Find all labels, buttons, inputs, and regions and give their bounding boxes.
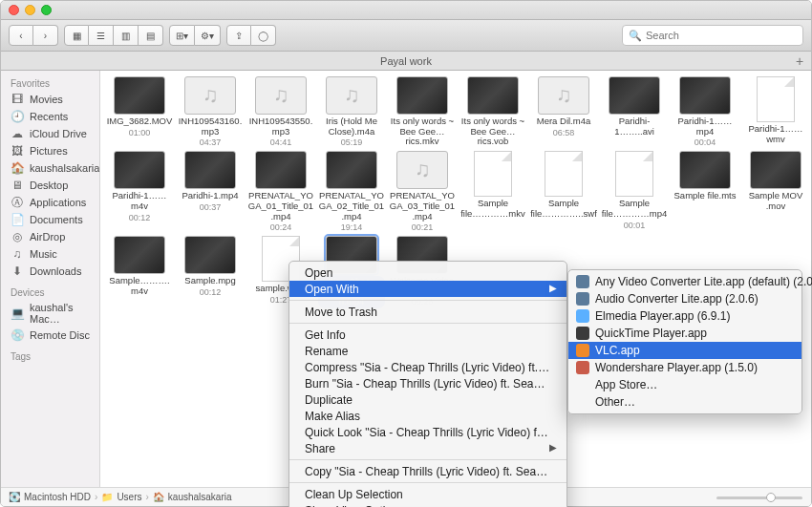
file-item[interactable]: Sample MOV .mov [741, 151, 810, 232]
ctx-share[interactable]: Share▶ [289, 440, 566, 456]
ctx-duplicate[interactable]: Duplicate [289, 391, 566, 408]
sidebar-item-remote-disc[interactable]: 💿Remote Disc [1, 327, 99, 344]
mac-icon: 💻 [11, 306, 24, 320]
submenu-app[interactable]: VLC.app [568, 342, 801, 359]
path-crumb[interactable]: 📁Users [101, 492, 141, 502]
search-input[interactable] [646, 30, 797, 41]
sidebar-item-movies[interactable]: 🎞Movies [1, 91, 99, 108]
arrange-dropdown[interactable]: ⊞▾ [169, 25, 195, 46]
file-item[interactable]: Sample file…………mp400:01 [600, 151, 669, 232]
file-item[interactable]: Sample file…………..swf [529, 151, 598, 232]
file-name: Sample.mpg [184, 276, 235, 286]
file-thumbnail [326, 151, 377, 189]
file-item[interactable]: Paridhi-1……mp400:04 [671, 76, 739, 147]
back-button[interactable]: ‹ [9, 25, 33, 46]
sidebar-item-kaushalsakaria[interactable]: 🏠kaushalsakaria [1, 159, 99, 177]
tab-title[interactable]: Payal work [380, 55, 432, 67]
forward-button[interactable]: › [33, 25, 58, 46]
file-item[interactable]: IMG_3682.MOV01:00 [105, 76, 174, 147]
ctx-quick-look[interactable]: Quick Look "Sia - Cheap Thrills (Lyric V… [289, 424, 566, 440]
list-view-button[interactable]: ☰ [89, 25, 114, 46]
file-item[interactable]: Its only words ~ Bee Gee…rics.vob [459, 76, 527, 147]
close-window-button[interactable] [9, 5, 19, 15]
file-item[interactable]: Paridhi-1……m4v00:12 [105, 151, 174, 232]
zoom-window-button[interactable] [41, 5, 52, 15]
search-field[interactable]: 🔍 [622, 25, 803, 46]
file-item[interactable]: INH109543550.mp304:41 [246, 76, 315, 147]
file-name: Paridhi-1……m4v [106, 191, 173, 211]
sidebar-item-kaushal-s-mac-[interactable]: 💻kaushal's Mac… [1, 300, 99, 327]
sidebar-item-pictures[interactable]: 🖼Pictures [1, 142, 99, 159]
file-duration: 04:37 [200, 137, 222, 147]
file-name: Paridhi-1.mp4 [182, 191, 238, 201]
minimize-window-button[interactable] [25, 5, 35, 15]
file-item[interactable]: PRENATAL_YOGA_03_Title_01.mp400:21 [388, 151, 457, 232]
submenu-app[interactable]: Audio Converter Lite.app (2.0.6) [568, 290, 801, 307]
search-icon: 🔍 [629, 30, 642, 42]
tags-button[interactable]: ◯ [251, 25, 276, 46]
file-item[interactable]: PRENATAL_YOGA_02_Title_01.mp419:14 [317, 151, 386, 232]
file-item[interactable]: Sample.mpg00:12 [176, 236, 245, 308]
gallery-view-button[interactable]: ▤ [139, 25, 163, 46]
sidebar-item-downloads[interactable]: ⬇︎Downloads [1, 263, 99, 280]
file-name: Iris (Hold Me Close).m4a [318, 116, 385, 137]
file-thumbnail [538, 76, 589, 115]
icon-view-button[interactable]: ▦ [64, 25, 89, 46]
file-thumbnail [757, 76, 795, 122]
sidebar-item-applications[interactable]: ⒶApplications [1, 194, 99, 211]
file-item[interactable]: Paridhi-1……..avi [600, 76, 669, 147]
nav-buttons: ‹ › [9, 25, 58, 46]
file-duration: 00:01 [624, 221, 646, 230]
file-thumbnail [474, 151, 512, 197]
submenu-other[interactable]: Other… [568, 393, 801, 411]
sidebar-item-airdrop[interactable]: ◎AirDrop [1, 228, 99, 245]
file-name: Paridhi-1……..avi [601, 116, 668, 137]
ctx-open[interactable]: Open [289, 264, 566, 281]
sidebar-item-desktop[interactable]: 🖥Desktop [1, 177, 99, 194]
ctx-get-info[interactable]: Get Info [289, 327, 566, 343]
ctx-make-alias[interactable]: Make Alias [289, 408, 566, 424]
icon-size-slider[interactable] [716, 491, 802, 504]
action-dropdown[interactable]: ⚙▾ [195, 25, 221, 46]
ctx-burn[interactable]: Burn "Sia - Cheap Thrills (Lyric Video) … [289, 375, 566, 391]
submenu-app[interactable]: QuickTime Player.app [568, 325, 801, 342]
file-item[interactable]: Sample file.mts [671, 151, 739, 232]
ctx-open-with[interactable]: Open With▶ [289, 281, 566, 297]
column-view-button[interactable]: ▥ [114, 25, 139, 46]
file-item[interactable]: PRENATAL_YOGA_01_Title_01.mp400:24 [246, 151, 315, 232]
file-name: Mera Dil.m4a [537, 116, 591, 127]
toolbar: ‹ › ▦ ☰ ▥ ▤ ⊞▾ ⚙▾ ⇪ ◯ 🔍 [1, 20, 811, 52]
sidebar-item-music[interactable]: ♫Music [1, 245, 99, 263]
ctx-compress[interactable]: Compress "Sia - Cheap Thrills (Lyric Vid… [289, 359, 566, 375]
submenu-app[interactable]: Elmedia Player.app (6.9.1) [568, 307, 801, 325]
ctx-cleanup[interactable]: Clean Up Selection [289, 486, 566, 502]
path-crumb[interactable]: 🏠kaushalsakaria [153, 492, 232, 502]
file-item[interactable]: INH109543160.mp304:37 [176, 76, 245, 147]
file-item[interactable]: Paridhi-1……wmv [741, 76, 810, 147]
file-item[interactable]: Iris (Hold Me Close).m4a05:19 [317, 76, 386, 147]
file-item[interactable]: Sample file…………mkv [459, 151, 527, 232]
new-tab-button[interactable]: + [792, 53, 807, 69]
ctx-move-trash[interactable]: Move to Trash [289, 304, 566, 320]
clock-icon: 🕘 [11, 110, 24, 123]
folder-icon: 📁 [101, 492, 113, 502]
submenu-app-store[interactable]: App Store… [568, 376, 801, 393]
file-duration: 00:12 [200, 287, 222, 297]
file-item[interactable]: Paridhi-1.mp400:37 [176, 151, 245, 232]
file-item[interactable]: Sample……….m4v [105, 236, 174, 308]
submenu-app[interactable]: Wondershare Player.app (1.5.0) [568, 359, 801, 376]
file-item[interactable]: Mera Dil.m4a06:58 [529, 76, 598, 147]
list-icon: ☰ [96, 31, 105, 41]
sidebar-item-recents[interactable]: 🕘Recents [1, 108, 99, 125]
share-button[interactable]: ⇪ [226, 25, 251, 46]
ctx-rename[interactable]: Rename [289, 343, 566, 359]
file-item[interactable]: Its only words ~ Bee Gee…rics.mkv [388, 76, 457, 147]
submenu-app[interactable]: Any Video Converter Lite.app (default) (… [568, 273, 801, 290]
ctx-copy[interactable]: Copy "Sia - Cheap Thrills (Lyric Video) … [289, 463, 566, 479]
home-icon: 🏠 [11, 161, 24, 175]
sidebar-item-documents[interactable]: 📄Documents [1, 211, 99, 228]
path-crumb[interactable]: 💽Macintosh HDD [9, 492, 91, 502]
ctx-show-view[interactable]: Show View Options [289, 502, 566, 507]
sidebar-item-icloud-drive[interactable]: ☁︎iCloud Drive [1, 125, 99, 142]
file-name: Sample file…………mp4 [601, 199, 668, 219]
